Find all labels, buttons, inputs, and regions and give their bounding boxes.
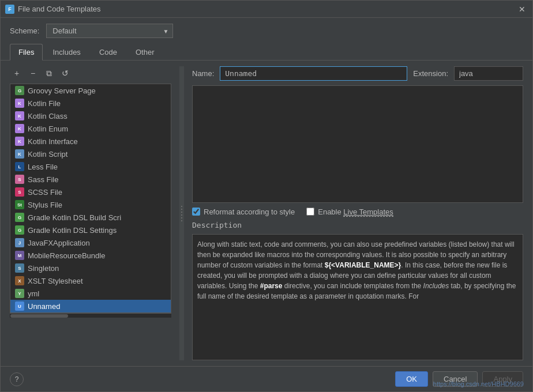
title-bar: F File and Code Templates ✕	[1, 1, 532, 18]
description-text: Along with static text, code and comment…	[197, 239, 518, 301]
live-templates-checkbox-label[interactable]: Enable Live Templates	[306, 208, 393, 216]
list-item[interactable]: SSCSS File	[10, 186, 171, 198]
reformat-checkbox-label[interactable]: Reformat according to style	[192, 208, 295, 216]
list-item[interactable]: MMobileResourceBundle	[10, 249, 171, 262]
file-label: yml	[28, 289, 39, 298]
list-item[interactable]: KKotlin Script	[10, 148, 171, 160]
bottom-scrollbar[interactable]	[10, 313, 171, 318]
ok-button[interactable]: OK	[395, 371, 428, 387]
file-icon: G	[15, 86, 24, 95]
file-icon: K	[15, 111, 24, 120]
file-icon: Y	[15, 289, 24, 298]
description-label: Description	[192, 221, 523, 229]
file-label: XSLT Stylesheet	[28, 277, 83, 285]
file-label: Gradle Kotlin DSL Settings	[28, 226, 117, 235]
scheme-select[interactable]: Default	[46, 24, 173, 38]
file-label: Kotlin Class	[28, 112, 67, 120]
content-area: + − ⧉ ↺ GGroovy Server PageKKotlin FileK…	[1, 61, 532, 366]
reset-button[interactable]: ↺	[58, 66, 72, 80]
file-icon: S	[15, 263, 24, 273]
file-icon: M	[15, 251, 24, 260]
title-bar-left: F File and Code Templates	[5, 5, 101, 14]
list-item[interactable]: SSass File	[10, 173, 171, 186]
file-icon: J	[15, 238, 24, 247]
name-label: Name:	[192, 69, 214, 78]
list-item[interactable]: Yyml	[10, 287, 171, 300]
file-label: Less File	[28, 163, 58, 171]
file-label: Unnamed	[28, 302, 60, 311]
file-icon: St	[15, 200, 24, 209]
footer-left: ?	[10, 372, 24, 386]
file-list-scroll-wrapper: GGroovy Server PageKKotlin FileKKotlin C…	[10, 84, 171, 360]
reformat-checkbox[interactable]	[192, 208, 200, 216]
list-item[interactable]: JJavaFXApplication	[10, 236, 171, 249]
extension-label: Extension:	[413, 69, 448, 78]
tab-includes[interactable]: Includes	[44, 44, 89, 60]
remove-button[interactable]: −	[26, 66, 40, 80]
file-icon: X	[15, 276, 24, 285]
file-list[interactable]: GGroovy Server PageKKotlin FileKKotlin C…	[10, 84, 171, 313]
right-panel: Name: Extension: Reformat according to s…	[192, 66, 523, 360]
options-row: Reformat according to style Enable Live …	[192, 208, 523, 216]
dialog-window: F File and Code Templates ✕ Scheme: Defa…	[0, 0, 533, 392]
file-icon: S	[15, 175, 24, 184]
list-item[interactable]: SSingleton	[10, 262, 171, 274]
help-button[interactable]: ?	[10, 372, 24, 386]
close-button[interactable]: ✕	[516, 3, 528, 15]
list-item[interactable]: StStylus File	[10, 198, 171, 211]
extension-input[interactable]	[454, 66, 523, 81]
footer-url: https://blog.csdn.net/HBHD9669	[433, 380, 524, 387]
window-title: File and Code Templates	[18, 5, 101, 13]
live-templates-checkbox[interactable]	[306, 208, 314, 216]
file-label: Stylus File	[28, 201, 62, 209]
file-icon: K	[15, 137, 24, 146]
list-item[interactable]: GGroovy Server Page	[10, 84, 171, 97]
file-label: Groovy Server Page	[28, 86, 96, 95]
file-icon: K	[15, 124, 24, 133]
list-item[interactable]: LLess File	[10, 160, 171, 173]
scheme-select-wrapper: Default	[46, 24, 173, 38]
file-icon: K	[15, 149, 24, 159]
description-box: Along with static text, code and comment…	[192, 234, 523, 361]
scheme-bar: Scheme: Default	[1, 18, 532, 44]
file-label: Kotlin Interface	[28, 137, 78, 146]
list-item[interactable]: UUnnamed	[10, 300, 171, 312]
list-item[interactable]: KKotlin File	[10, 97, 171, 110]
tab-files[interactable]: Files	[10, 44, 43, 61]
file-label: Singleton	[28, 264, 59, 273]
list-item[interactable]: GGradle Kotlin DSL Build Scri	[10, 211, 171, 224]
file-label: Gradle Kotlin DSL Build Scri	[28, 213, 121, 222]
divider-dots	[181, 206, 182, 221]
tabs-bar: Files Includes Code Other	[1, 44, 532, 61]
file-label: MobileResourceBundle	[28, 251, 105, 260]
template-editor[interactable]	[192, 85, 523, 203]
list-item[interactable]: KKotlin Class	[10, 110, 171, 122]
add-button[interactable]: +	[10, 66, 24, 80]
left-panel: + − ⧉ ↺ GGroovy Server PageKKotlin FileK…	[10, 66, 171, 360]
tab-other[interactable]: Other	[127, 44, 163, 60]
reformat-text: Reformat according to style	[204, 208, 295, 216]
file-label: Sass File	[28, 175, 58, 184]
panel-divider[interactable]	[179, 66, 184, 360]
scheme-label: Scheme:	[10, 27, 39, 35]
live-templates-text: Enable Live Templates	[318, 208, 393, 216]
footer: ? OK Cancel Apply	[1, 366, 532, 391]
list-item[interactable]: KKotlin Enum	[10, 122, 171, 135]
file-icon: L	[15, 162, 24, 171]
file-icon: G	[15, 225, 24, 235]
name-input[interactable]	[220, 66, 407, 81]
name-row: Name: Extension:	[192, 66, 523, 81]
list-item[interactable]: KKotlin Interface	[10, 135, 171, 148]
window-icon: F	[5, 5, 14, 14]
list-item[interactable]: GGradle Kotlin DSL Settings	[10, 224, 171, 236]
file-label: Kotlin Enum	[28, 125, 68, 133]
file-label: JavaFXApplication	[28, 239, 90, 247]
file-icon: K	[15, 99, 24, 108]
list-item[interactable]: XXSLT Stylesheet	[10, 274, 171, 287]
tab-code[interactable]: Code	[91, 44, 126, 60]
file-icon: U	[15, 301, 24, 311]
toolbar: + − ⧉ ↺	[10, 66, 171, 80]
file-label: Kotlin File	[28, 99, 61, 108]
copy-button[interactable]: ⧉	[42, 66, 56, 80]
scrollbar-thumb	[10, 314, 68, 318]
